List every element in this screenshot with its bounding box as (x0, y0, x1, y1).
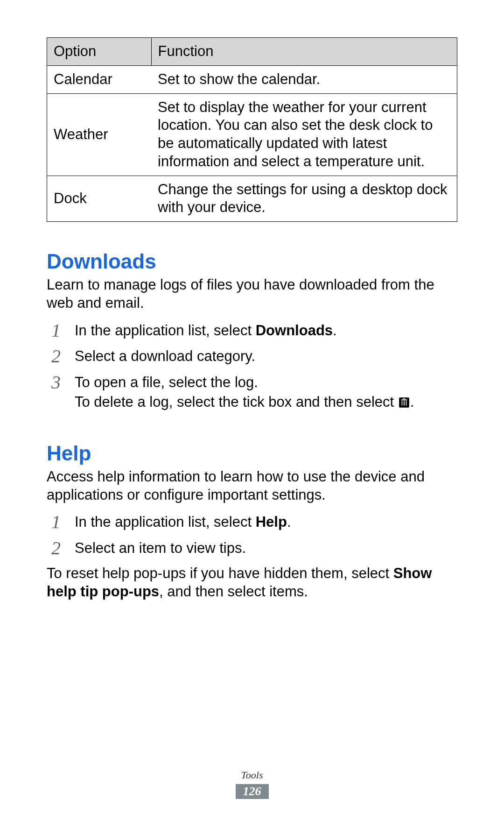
step-text: . (410, 394, 414, 410)
step-text: Select an item to view tips. (75, 540, 246, 556)
help-heading: Help (47, 442, 457, 465)
help-intro: Access help information to learn how to … (47, 468, 457, 504)
function-cell: Change the settings for using a desktop … (151, 176, 457, 222)
step-bold: Help (256, 514, 287, 530)
option-cell: Calendar (47, 65, 152, 93)
step-text: Select a download category. (75, 348, 255, 364)
svg-rect-4 (401, 400, 407, 401)
list-item: To open a file, select the log. To delet… (47, 373, 457, 414)
step-text: In the application list, select (75, 322, 256, 339)
downloads-intro: Learn to manage logs of files you have d… (47, 276, 457, 312)
step-text: To delete a log, select the tick box and… (75, 394, 398, 410)
help-steps: In the application list, select Help. Se… (47, 512, 457, 558)
svg-rect-5 (403, 398, 405, 399)
list-item: Select an item to view tips. (47, 538, 457, 558)
list-item: In the application list, select Download… (47, 321, 457, 340)
table-header-function: Function (151, 38, 457, 66)
step-text: . (287, 514, 291, 530)
closing-text: To reset help pop-ups if you have hidden… (47, 565, 393, 581)
function-cell: Set to display the weather for your curr… (151, 93, 457, 176)
table-header-option: Option (47, 38, 152, 66)
page-number-badge: 126 (236, 784, 269, 799)
list-item: Select a download category. (47, 346, 457, 366)
document-page: Option Function Calendar Set to show the… (0, 0, 504, 827)
trash-icon (398, 394, 410, 414)
step-bold: Downloads (256, 322, 333, 339)
closing-text: , and then select items. (159, 583, 308, 600)
step-text: In the application list, select (75, 514, 256, 530)
help-closing: To reset help pop-ups if you have hidden… (47, 565, 457, 601)
option-cell: Weather (47, 93, 152, 176)
footer-section-label: Tools (0, 769, 504, 781)
step-text: To open a file, select the log. (75, 374, 258, 390)
table-row: Calendar Set to show the calendar. (47, 65, 457, 93)
svg-rect-3 (406, 401, 406, 406)
table-row: Dock Change the settings for using a des… (47, 176, 457, 222)
option-cell: Dock (47, 176, 152, 222)
page-footer: Tools 126 (0, 769, 504, 799)
list-item: In the application list, select Help. (47, 512, 457, 532)
svg-rect-1 (401, 401, 402, 406)
step-text: . (333, 322, 337, 339)
svg-rect-2 (404, 401, 405, 406)
options-table: Option Function Calendar Set to show the… (47, 37, 457, 222)
table-row: Weather Set to display the weather for y… (47, 93, 457, 176)
downloads-steps: In the application list, select Download… (47, 321, 457, 414)
downloads-heading: Downloads (47, 250, 457, 273)
function-cell: Set to show the calendar. (151, 65, 457, 93)
